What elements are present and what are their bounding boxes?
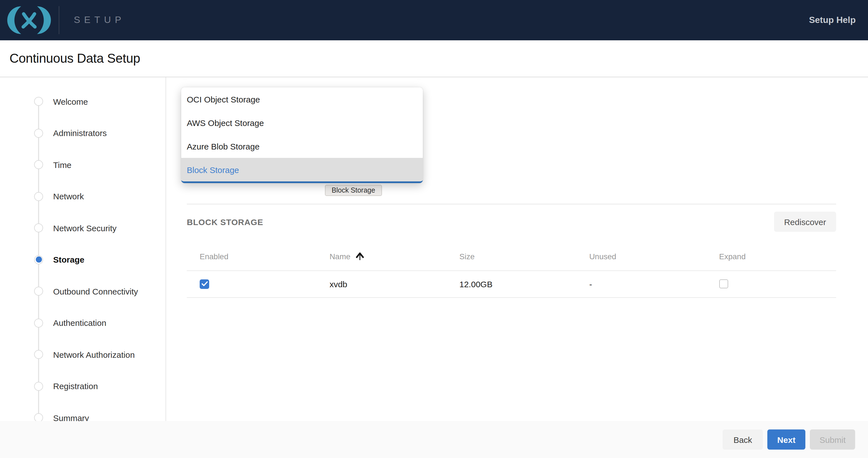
cell-disk-unused: - <box>576 270 706 297</box>
step-circle-icon <box>34 413 43 421</box>
step-circle-icon <box>34 319 43 327</box>
stepper-item-network-security[interactable]: Network Security <box>0 212 165 244</box>
step-circle-icon <box>34 97 43 106</box>
storage-type-dropdown-menu: OCI Object Storage AWS Object Storage Az… <box>181 87 423 183</box>
stepper-item-summary[interactable]: Summary <box>0 402 165 421</box>
stepper-item-outbound-connectivity[interactable]: Outbound Connectivity <box>0 276 165 307</box>
stepper-item-registration[interactable]: Registration <box>0 370 165 402</box>
wizard-stepper: Welcome Administrators Time Network Netw… <box>0 77 166 421</box>
submit-button-disabled[interactable]: Submit <box>810 429 855 450</box>
setup-app: SETUP Setup Help Continuous Data Setup W… <box>0 0 868 458</box>
stepper-item-authentication[interactable]: Authentication <box>0 307 165 339</box>
setup-help-link[interactable]: Setup Help <box>809 15 856 25</box>
dropdown-option-oci-object-storage[interactable]: OCI Object Storage <box>181 87 423 111</box>
wizard-footer: Back Next Submit <box>0 421 868 458</box>
rediscover-button[interactable]: Rediscover <box>774 212 836 232</box>
step-circle-active-icon <box>34 255 43 264</box>
delphix-logo-icon <box>7 5 51 35</box>
step-circle-icon <box>34 287 43 296</box>
section-title: BLOCK STORAGE <box>187 217 263 227</box>
block-storage-section-header: BLOCK STORAGE Rediscover <box>187 212 836 232</box>
page-title: Continuous Data Setup <box>9 51 140 66</box>
block-storage-table: Enabled Name Size Unused <box>187 242 836 297</box>
table-row-xvdb: xvdb 12.00GB - <box>187 270 836 297</box>
column-header-expand: Expand <box>706 242 836 270</box>
next-button[interactable]: Next <box>767 429 806 450</box>
dropdown-option-aws-object-storage[interactable]: AWS Object Storage <box>181 111 423 134</box>
column-header-unused: Unused <box>576 242 706 270</box>
step-circle-icon <box>34 161 43 169</box>
stepper-item-storage[interactable]: Storage <box>0 244 165 276</box>
checkmark-icon <box>201 281 208 287</box>
stepper-item-administrators[interactable]: Administrators <box>0 117 165 149</box>
stepper-item-time[interactable]: Time <box>0 149 165 180</box>
step-circle-icon <box>34 224 43 233</box>
column-header-size: Size <box>446 242 576 270</box>
app-name: SETUP <box>74 15 125 26</box>
expand-checkbox-unchecked[interactable] <box>719 279 728 288</box>
cell-disk-size: 12.00GB <box>446 270 576 297</box>
page-header: Continuous Data Setup <box>0 40 868 77</box>
step-circle-icon <box>34 350 43 359</box>
storage-type-select-trigger[interactable]: Block Storage <box>325 185 382 196</box>
top-navbar: SETUP Setup Help <box>0 0 868 40</box>
sort-ascending-icon <box>355 252 364 261</box>
step-circle-icon <box>34 382 43 391</box>
step-circle-icon <box>34 129 43 138</box>
brand-divider <box>59 6 59 34</box>
step-circle-icon <box>34 192 43 201</box>
cell-disk-name: xvdb <box>316 270 446 297</box>
enabled-checkbox-checked[interactable] <box>200 279 209 289</box>
back-button[interactable]: Back <box>723 429 763 450</box>
brand-area: SETUP <box>0 0 125 40</box>
table-header-row: Enabled Name Size Unused <box>187 242 836 270</box>
column-header-name[interactable]: Name <box>316 242 446 270</box>
stepper-item-welcome[interactable]: Welcome <box>0 86 165 117</box>
dropdown-option-azure-blob-storage[interactable]: Azure Blob Storage <box>181 134 423 158</box>
stepper-item-network[interactable]: Network <box>0 180 165 212</box>
stepper-item-network-authorization[interactable]: Network Authorization <box>0 339 165 370</box>
section-divider <box>187 204 836 204</box>
column-header-enabled: Enabled <box>187 242 316 270</box>
body-row: Welcome Administrators Time Network Netw… <box>0 77 868 421</box>
dropdown-option-block-storage-selected[interactable]: Block Storage <box>181 158 423 181</box>
